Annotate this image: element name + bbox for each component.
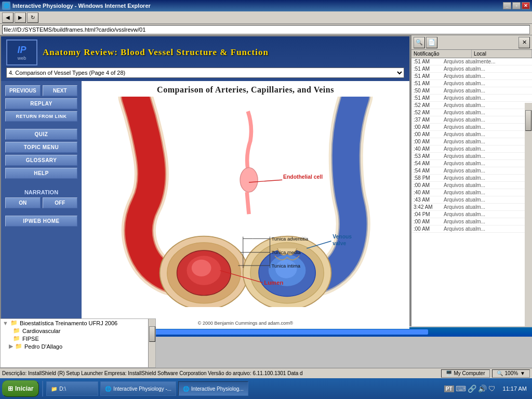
right-panel-item: :54 AMArquivos atualm... bbox=[411, 160, 532, 167]
status-bar-right: 🖥️ My Computer 🔍 100% ▼ bbox=[441, 369, 530, 378]
return-from-link-button[interactable]: RETURN FROM LINK bbox=[5, 111, 77, 122]
back-button[interactable]: ◀ bbox=[2, 12, 14, 23]
right-panel-item: :51 AMArquivos atualmente... bbox=[411, 58, 532, 65]
zone-text: My Computer bbox=[454, 370, 485, 376]
tree-item-cardiovascular[interactable]: 📁 Cardiovascular bbox=[1, 327, 155, 335]
ipweb-home-button[interactable]: IPWEB HOME bbox=[5, 216, 77, 227]
tree-item-bioestatistica[interactable]: ▼ 📁 Bioestatística Treinamento UFRJ 2006 bbox=[1, 319, 155, 327]
right-panel-item: :37 AMArquivos atualm... bbox=[411, 116, 532, 124]
right-panel-item: :58 PMArquivos atualm... bbox=[411, 175, 532, 182]
quiz-button[interactable]: QUIZ bbox=[5, 129, 77, 140]
taskbar-btn-ie2[interactable]: 🌐 Interactive Physiolog... bbox=[178, 381, 248, 396]
status-text: Descrição: InstallShield (R) Setup Launc… bbox=[2, 370, 437, 376]
taskbar-btn-d[interactable]: 📁 D:\ bbox=[46, 381, 98, 396]
taskbar-separator bbox=[42, 381, 43, 396]
right-panel-headers: Notificação Local bbox=[411, 50, 532, 58]
right-panel-item: :50 AMArquivos atualm... bbox=[411, 87, 532, 95]
app-icon: 🌐 bbox=[2, 2, 10, 10]
narration-off-button[interactable]: OFF bbox=[43, 197, 78, 208]
ie-toolbar: ◀ ▶ ↻ bbox=[0, 11, 532, 24]
right-tool-2[interactable]: 📄 bbox=[426, 37, 437, 48]
zoom-text: 100% bbox=[505, 370, 518, 376]
restore-button[interactable]: ▫ bbox=[512, 2, 521, 9]
svg-point-5 bbox=[240, 168, 258, 192]
ip-application: IP web Anatomy Review: Blood Vessel Stru… bbox=[0, 35, 410, 326]
scrollbar[interactable] bbox=[525, 103, 532, 326]
right-panel-item: :52 AMArquivos atualm... bbox=[411, 102, 532, 109]
right-panel-item: 3:42 AMArquivos atualm... bbox=[411, 204, 532, 211]
glossary-button[interactable]: GLOSSARY bbox=[5, 155, 77, 166]
right-panel-item: :40 AMArquivos atualm... bbox=[411, 145, 532, 153]
pt-indicator: PT bbox=[444, 385, 454, 392]
anatomy-diagram: Endothelial cell bbox=[82, 97, 409, 307]
right-panel-item: :51 AMArquivos atualm... bbox=[411, 65, 532, 73]
venous-valve-label: Venous bbox=[332, 234, 352, 240]
volume-icon: 🔊 bbox=[478, 384, 487, 393]
security-icon: 🛡 bbox=[488, 384, 496, 393]
refresh-button[interactable]: ↻ bbox=[27, 12, 38, 23]
right-panel-item: :51 AMArquivos atualm... bbox=[411, 95, 532, 102]
taskbar: ⊞ Iniciar 📁 D:\ 🌐 Interactive Physiology… bbox=[0, 378, 532, 399]
scroll-thumb[interactable] bbox=[525, 110, 531, 131]
ip-sidebar: PREVIOUS NEXT REPLAY RETURN FROM LINK QU… bbox=[1, 81, 82, 329]
ip-content: PREVIOUS NEXT REPLAY RETURN FROM LINK QU… bbox=[1, 81, 409, 329]
taskbar-right: PT ⌨ 🔗 🔊 🛡 11:17 AM bbox=[442, 383, 530, 394]
replay-button[interactable]: REPLAY bbox=[5, 98, 77, 109]
forward-button[interactable]: ▶ bbox=[15, 12, 26, 23]
right-panel-item: :43 AMArquivos atualm... bbox=[411, 196, 532, 204]
topic-menu-button[interactable]: TOPIC MENU bbox=[5, 142, 77, 153]
page-select[interactable]: 4. Comparison of Vessel Types (Page 4 of… bbox=[6, 68, 404, 78]
right-panel-item: :00 AMArquivos atualm... bbox=[411, 124, 532, 131]
clock: 11:17 AM bbox=[500, 384, 530, 393]
right-close[interactable]: ✕ bbox=[518, 37, 530, 48]
start-button[interactable]: ⊞ Iniciar bbox=[2, 380, 39, 397]
title-bar: 🌐 Interactive Physiology - Windows Inter… bbox=[0, 0, 532, 11]
zone-indicator: 🖥️ My Computer bbox=[441, 369, 490, 378]
notification-header: Notificação bbox=[411, 50, 472, 58]
minimize-button[interactable]: _ bbox=[503, 2, 511, 9]
svg-text:valve: valve bbox=[332, 241, 346, 246]
lumen-label: Lumen bbox=[264, 280, 283, 286]
right-panel-list: :51 AMArquivos atualmente...:51 AMArquiv… bbox=[411, 58, 532, 326]
right-tool-1[interactable]: 🔍 bbox=[414, 37, 425, 48]
next-button[interactable]: NEXT bbox=[43, 85, 78, 96]
narration-label: NARRATION bbox=[5, 189, 77, 195]
right-panel-item: :52 AMArquivos atualm... bbox=[411, 109, 532, 116]
right-panel-item: :51 AMArquivos atualm... bbox=[411, 73, 532, 80]
ip-title: Anatomy Review: Blood Vessel Structure &… bbox=[43, 47, 269, 58]
right-panel: 🔍 📄 ✕ Notificação Local :51 AMArquivos a… bbox=[410, 35, 532, 326]
narration-on-button[interactable]: ON bbox=[5, 197, 41, 208]
close-button[interactable]: ✕ bbox=[522, 2, 530, 9]
diagram-title: Comparison of Arteries, Capillaries, and… bbox=[82, 81, 409, 97]
window-title: Interactive Physiology - Windows Interne… bbox=[12, 3, 503, 9]
right-panel-item: :40 AMArquivos atualm... bbox=[411, 189, 532, 196]
svg-point-4 bbox=[192, 260, 211, 276]
taskbar-btn-ie1[interactable]: 🌐 Interactive Physiology -... bbox=[100, 381, 176, 396]
address-input[interactable] bbox=[2, 25, 530, 34]
right-panel-item: :00 AMArquivos atualm... bbox=[411, 131, 532, 138]
right-panel-item: :04 PMArquivos atualm... bbox=[411, 211, 532, 218]
right-panel-item: :00 AMArquivos atualm... bbox=[411, 218, 532, 225]
right-toolbar: 🔍 📄 ✕ bbox=[411, 35, 532, 50]
keyboard-icon: ⌨ bbox=[456, 384, 466, 393]
system-tray: PT ⌨ 🔗 🔊 🛡 bbox=[442, 383, 498, 394]
network-icon: 🔗 bbox=[468, 384, 476, 393]
zoom-indicator: 🔍 100% ▼ bbox=[492, 369, 530, 378]
right-panel-item: :51 AMArquivos atualm... bbox=[411, 80, 532, 87]
ip-header: IP web Anatomy Review: Blood Vessel Stru… bbox=[1, 36, 409, 81]
copyright-text: © 2000 Benjamin Cummings and adam.com® bbox=[198, 321, 293, 326]
endothelial-label: Endothelial cell bbox=[283, 174, 323, 180]
window-controls[interactable]: _ ▫ ✕ bbox=[503, 2, 530, 9]
status-bar: Descrição: InstallShield (R) Setup Launc… bbox=[0, 368, 532, 378]
ip-diagram: Comparison of Arteries, Capillaries, and… bbox=[82, 81, 409, 329]
right-panel-item: :00 AMArquivos atualm... bbox=[411, 182, 532, 189]
tree-item-pedro[interactable]: ▶ 📁 Pedro D'Allago bbox=[1, 342, 155, 350]
tunica-adventitia-label: Tunica adventitia bbox=[271, 236, 309, 242]
right-panel-item: :54 AMArquivos atualm... bbox=[411, 167, 532, 175]
tree-item-fipse[interactable]: 📁 FIPSE bbox=[1, 335, 155, 342]
help-button[interactable]: HELP bbox=[5, 168, 77, 179]
right-panel-item: :53 AMArquivos atualm... bbox=[411, 153, 532, 160]
address-bar bbox=[0, 24, 532, 35]
tunica-intima-label: Tunica intima bbox=[271, 263, 300, 269]
previous-button[interactable]: PREVIOUS bbox=[5, 85, 41, 96]
